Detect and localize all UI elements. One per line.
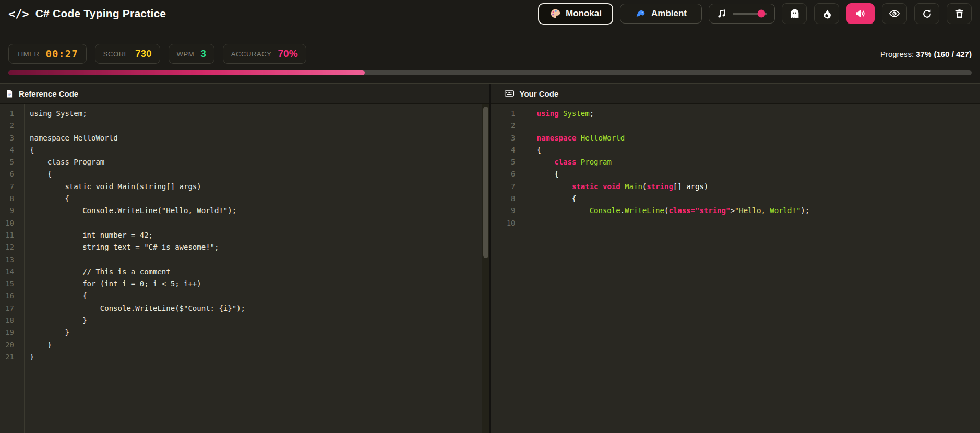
theme-button-label: Monokai	[566, 8, 602, 19]
code-line: class Program	[537, 156, 980, 168]
reference-code-area: 123456789101112131415161718192021 using …	[0, 104, 489, 433]
code-token: HelloWorld	[581, 134, 625, 142]
page-title: C# Code Typing Practice	[35, 7, 166, 20]
line-number: 9	[0, 205, 14, 217]
progress-label: Progress:	[880, 50, 914, 58]
code-line	[537, 217, 980, 229]
code-line: {	[30, 144, 489, 156]
line-number: 9	[491, 205, 516, 217]
code-line: Console.WriteLine("Hello, World!");	[30, 205, 489, 217]
code-token: .	[620, 206, 625, 215]
code-token: "Hello,	[735, 206, 766, 215]
timer-value: 00:27	[45, 48, 78, 60]
icon-button-group	[782, 3, 972, 24]
code-token: );	[800, 206, 809, 215]
code-token: WriteLine	[625, 206, 664, 215]
eye-button[interactable]	[882, 3, 907, 24]
line-number: 20	[0, 339, 14, 351]
keyboard-icon	[504, 88, 515, 99]
code-token	[537, 158, 555, 166]
code-line: using System;	[537, 108, 980, 120]
your-code-panel-header: Your Code	[491, 84, 980, 104]
line-number: 8	[491, 193, 516, 205]
line-number: 1	[491, 108, 516, 120]
line-number: 8	[0, 193, 14, 205]
score-stat: SCORE 730	[95, 44, 160, 64]
line-number: 5	[0, 156, 14, 168]
ambient-button[interactable]: Ambient	[620, 4, 702, 24]
music-note-icon	[716, 8, 727, 19]
wave-icon	[635, 8, 647, 19]
document-icon	[5, 89, 14, 99]
code-token: using	[537, 109, 559, 118]
wpm-stat: WPM 3	[169, 44, 214, 64]
line-number: 13	[0, 254, 14, 266]
music-volume-control	[709, 4, 775, 24]
code-panels: Reference Code 1234567891011121314151617…	[0, 83, 980, 433]
code-line: namespace HelloWorld	[30, 132, 489, 144]
code-line: }	[30, 339, 489, 351]
line-number: 14	[0, 266, 14, 278]
code-token: class="string"	[668, 206, 730, 215]
line-number: 5	[491, 156, 516, 168]
flame-button[interactable]	[814, 3, 839, 24]
flame-icon	[821, 8, 832, 19]
line-number: 15	[0, 278, 14, 290]
line-number: 6	[0, 168, 14, 180]
code-token: [] args)	[673, 182, 708, 191]
code-line: }	[30, 314, 489, 326]
trash-button[interactable]	[947, 3, 972, 24]
line-number: 11	[0, 229, 14, 241]
ghost-button[interactable]	[782, 3, 807, 24]
line-number: 2	[0, 120, 14, 132]
line-number: 12	[0, 241, 14, 253]
progress-value: 37% (160 / 427)	[916, 50, 972, 58]
timer-label: TIMER	[17, 50, 39, 58]
code-token	[559, 109, 563, 118]
code-line: int number = 42;	[30, 229, 489, 241]
theme-button[interactable]: Monokai	[538, 3, 613, 25]
stats-bar: TIMER 00:27 SCORE 730 WPM 3 ACCURACY 70%…	[8, 44, 972, 64]
volume-slider-thumb[interactable]	[758, 10, 766, 18]
refresh-button[interactable]	[914, 3, 939, 24]
your-code-panel-title: Your Code	[520, 89, 559, 98]
reference-code-content: using System;namespace HelloWorld{ class…	[25, 104, 489, 433]
code-token: Program	[581, 158, 612, 166]
wpm-value: 3	[200, 48, 206, 60]
line-number: 7	[0, 181, 14, 193]
code-token: static	[572, 182, 599, 191]
brand: </> C# Code Typing Practice	[8, 3, 166, 25]
code-line: Console.WriteLine(class="string">"Hello,…	[537, 205, 980, 217]
line-number: 7	[491, 181, 516, 193]
code-token: string	[647, 182, 673, 191]
reference-scrollbar-thumb[interactable]	[483, 107, 488, 258]
line-number: 2	[491, 120, 516, 132]
code-line: {	[537, 144, 980, 156]
code-line: static void Main(string[] args)	[537, 181, 980, 193]
code-logo-icon: </>	[8, 7, 29, 20]
code-token	[576, 158, 580, 166]
ghost-icon	[789, 8, 800, 19]
eye-icon	[889, 8, 900, 19]
line-number: 4	[491, 144, 516, 156]
line-number: 16	[0, 290, 14, 302]
progress-bar-fill	[8, 70, 365, 75]
volume-button[interactable]	[846, 3, 875, 24]
code-line: class Program	[30, 156, 489, 168]
code-line: {	[30, 168, 489, 180]
reference-scrollbar[interactable]	[482, 104, 489, 433]
code-token: {	[537, 146, 541, 154]
app-header: </> C# Code Typing Practice Monokai Ambi…	[0, 0, 980, 37]
line-number: 19	[0, 326, 14, 338]
typing-code-area[interactable]: 12345678910 using System;namespace Hello…	[491, 104, 980, 433]
code-token: ;	[590, 109, 594, 118]
code-token: void	[603, 182, 620, 191]
progress-bar-track	[8, 70, 972, 75]
refresh-icon	[922, 8, 933, 19]
typed-code-content[interactable]: using System;namespace HelloWorld{ class…	[522, 104, 980, 433]
code-token	[537, 206, 590, 215]
code-line: }	[30, 326, 489, 338]
code-line: for (int i = 0; i < 5; i++)	[30, 278, 489, 290]
your-code-panel: Your Code 12345678910 using System;names…	[489, 84, 980, 433]
volume-slider[interactable]	[733, 13, 767, 15]
